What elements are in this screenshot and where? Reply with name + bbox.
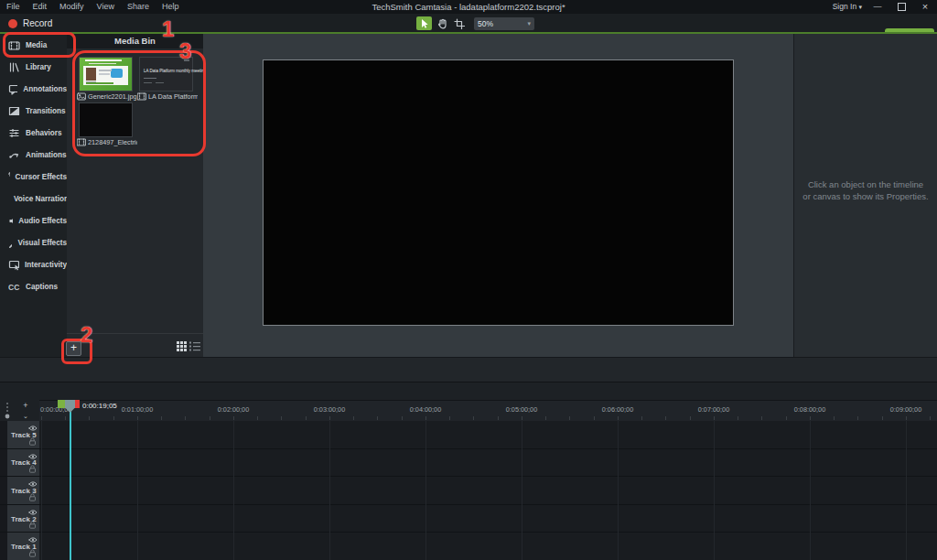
- sidebar-item-audio-effects[interactable]: Audio Effects: [0, 210, 67, 232]
- timeline-toolbar: − +: [0, 382, 937, 400]
- ruler-label: 0:05:00;00: [506, 405, 538, 414]
- menu-file[interactable]: File: [0, 0, 27, 14]
- eye-icon[interactable]: [28, 425, 38, 432]
- sidebar-item-transitions[interactable]: Transitions: [0, 100, 67, 122]
- sidebar-item-annotations[interactable]: Annotations: [0, 78, 67, 100]
- tools-sidebar: Media Library Annotations Transitions Be…: [0, 34, 67, 357]
- sliders-icon: [8, 127, 20, 139]
- lock-icon[interactable]: [28, 465, 37, 473]
- library-icon: [8, 61, 20, 73]
- timeline-ruler[interactable]: 0:00:00;00 0:01:00;00 0:02:00;00 0:03:00…: [0, 400, 937, 421]
- image-file-icon: [77, 92, 86, 101]
- close-button[interactable]: ×: [913, 0, 937, 14]
- track-content[interactable]: [39, 477, 937, 504]
- timeline-tracks: Track 5 Track 4 Track 3: [0, 421, 937, 560]
- track-content[interactable]: [39, 421, 937, 448]
- ruler-label: 0:01:00;00: [122, 405, 154, 414]
- motion-arrow-icon: [8, 149, 20, 161]
- menu-share[interactable]: Share: [121, 0, 156, 14]
- track-header[interactable]: Track 5: [7, 421, 39, 448]
- playhead-in-handle[interactable]: [58, 400, 65, 408]
- pan-tool-button[interactable]: [434, 16, 449, 30]
- sign-in-button[interactable]: Sign In ▾: [833, 0, 862, 14]
- sidebar-item-animations[interactable]: Animations: [0, 144, 67, 166]
- playhead-out-handle[interactable]: [75, 400, 80, 408]
- sidebar-item-voice-narration[interactable]: Voice Narration: [0, 188, 67, 210]
- ruler-ticks: [41, 416, 937, 420]
- media-item-caption: LA Data Platform...: [137, 92, 198, 101]
- cursor-icon: [419, 18, 429, 29]
- video-file-icon: [137, 92, 146, 101]
- track-content[interactable]: [39, 533, 937, 560]
- media-item-electric[interactable]: [79, 102, 133, 137]
- hand-icon: [436, 18, 447, 29]
- lock-icon[interactable]: [28, 521, 37, 529]
- media-item-caption: 2128497_Electric...: [77, 137, 137, 146]
- record-icon: [8, 19, 17, 28]
- track-header[interactable]: Track 4: [7, 449, 39, 477]
- sidebar-item-library[interactable]: Library: [0, 56, 67, 78]
- preview-canvas[interactable]: [263, 59, 734, 326]
- lock-icon[interactable]: [28, 549, 37, 557]
- sidebar-item-media[interactable]: Media: [0, 34, 67, 56]
- camtasia-window: File Edit Modify View Share Help TechSmi…: [0, 0, 937, 560]
- window-controls: — ×: [866, 0, 937, 14]
- grid-view-button[interactable]: [177, 341, 187, 351]
- media-bin-footer: [67, 333, 203, 358]
- eye-icon[interactable]: [28, 480, 38, 488]
- list-view-button[interactable]: [189, 341, 200, 351]
- canvas-area: [203, 34, 793, 357]
- eye-icon[interactable]: [28, 509, 38, 516]
- add-media-button[interactable]: +: [66, 341, 81, 356]
- menu-view[interactable]: View: [91, 0, 121, 14]
- sidebar-item-cursor-effects[interactable]: Cursor Effects: [0, 166, 67, 188]
- generic2201-thumbnail: [80, 58, 132, 91]
- track-height-slider[interactable]: [4, 402, 11, 420]
- record-bar: Record 50% ▾ Share: [0, 14, 937, 33]
- ruler-label: 0:02:00;00: [218, 405, 250, 414]
- media-item-caption: Generic2201.jpg: [77, 92, 137, 101]
- properties-panel: Click an object on the timeline or canva…: [793, 34, 937, 357]
- track-header[interactable]: Track 1: [7, 533, 39, 560]
- add-track-button[interactable]: +: [17, 402, 34, 411]
- collapse-tracks-button[interactable]: ⌄: [17, 412, 34, 421]
- minimize-button[interactable]: —: [866, 0, 889, 14]
- maximize-button[interactable]: [889, 0, 913, 14]
- speech-bubble-icon: [8, 83, 17, 95]
- captions-icon: CC: [8, 281, 20, 293]
- media-icon: [8, 39, 20, 51]
- media-item-la-data-platform[interactable]: LA Data Platform monthly meeting: [139, 57, 193, 92]
- lock-icon[interactable]: [28, 493, 37, 501]
- sidebar-item-visual-effects[interactable]: Visual Effects: [0, 232, 67, 253]
- sidebar-item-interactivity[interactable]: Interactivity: [0, 253, 67, 275]
- menu-modify[interactable]: Modify: [53, 0, 91, 14]
- track-content[interactable]: [39, 505, 937, 533]
- media-item-generic2201[interactable]: [79, 57, 133, 92]
- canvas-zoom-dropdown[interactable]: 50% ▾: [474, 17, 534, 30]
- media-bin-title: Media Bin: [67, 34, 203, 48]
- sidebar-item-captions[interactable]: CC Captions: [0, 275, 67, 297]
- speaker-icon: [8, 215, 13, 227]
- ruler-label: 0:09:00;00: [890, 405, 922, 414]
- crop-icon: [454, 18, 465, 29]
- ruler-label: 0:06:00;00: [602, 405, 634, 414]
- menu-edit[interactable]: Edit: [27, 0, 54, 14]
- menu-help[interactable]: Help: [156, 0, 186, 14]
- track-header[interactable]: Track 3: [7, 477, 39, 504]
- cursor-tool-button[interactable]: [416, 16, 432, 30]
- sidebar-item-behaviors[interactable]: Behaviors: [0, 122, 67, 144]
- lock-icon[interactable]: [28, 437, 37, 446]
- video-file-icon: [77, 138, 86, 146]
- svg-text:CC: CC: [8, 283, 19, 292]
- eye-icon[interactable]: [28, 536, 38, 544]
- transitions-icon: [8, 105, 20, 117]
- crop-tool-button[interactable]: [451, 16, 467, 30]
- track-header[interactable]: Track 2: [7, 505, 39, 533]
- title-bar: File Edit Modify View Share Help TechSmi…: [0, 0, 937, 14]
- eye-icon[interactable]: [28, 453, 38, 460]
- chevron-down-icon: ▾: [527, 20, 531, 27]
- maximize-icon: [898, 3, 906, 11]
- playhead-line[interactable]: [70, 400, 71, 560]
- playhead-time: 0:00:19;05: [82, 402, 117, 410]
- track-content[interactable]: [39, 449, 937, 477]
